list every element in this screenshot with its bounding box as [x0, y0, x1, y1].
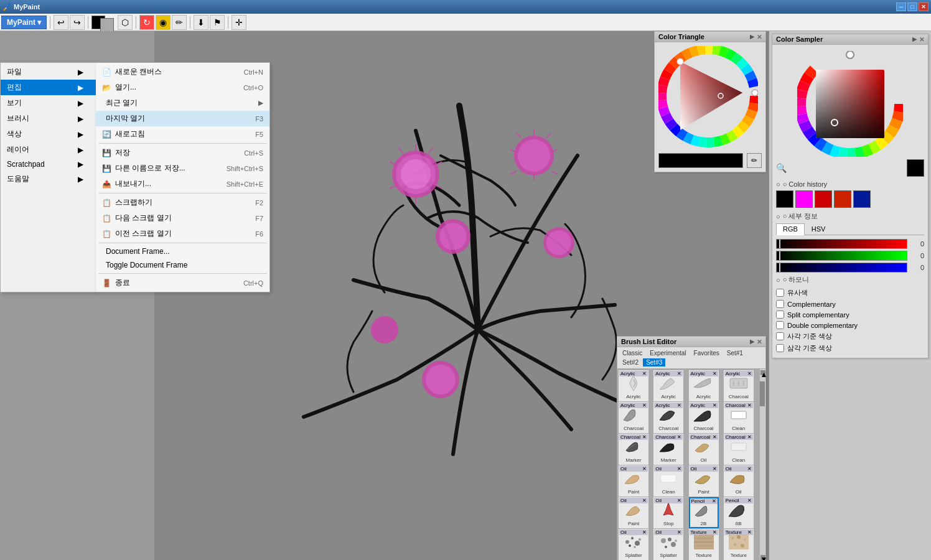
color-triangle-close[interactable]: ✕ [757, 34, 762, 40]
menu-save[interactable]: 💾 저장 Ctrl+S [96, 145, 269, 161]
brush-cell-15[interactable]: Oil✕ Oil [724, 465, 754, 497]
menu-item-file[interactable]: 파일 ▶ [1, 64, 96, 80]
brush-tab-classic[interactable]: Classic [619, 349, 645, 357]
triangle-current-color[interactable] [658, 153, 743, 168]
menu-next-scrap[interactable]: 📋 다음 스크랩 열기 F7 [96, 210, 269, 226]
menu-export[interactable]: 📤 내보내기... Shift+Ctrl+E [96, 176, 269, 192]
brush-scrollbar[interactable]: ▲ ▼ [759, 369, 765, 560]
menu-new-canvas[interactable]: 📄 새로운 캔버스 Ctrl+N [96, 64, 269, 80]
color-sampler-header[interactable]: Color Sampler ▶ ✕ [772, 34, 928, 45]
brush-tab-experimental[interactable]: Experimental [647, 349, 689, 357]
brush-tool-button[interactable]: ✏ [172, 15, 187, 30]
brush-cell-8[interactable]: Charcoal✕ Marker [619, 434, 648, 465]
brush-list-header[interactable]: Brush List Editor ▶ ✕ [617, 337, 765, 347]
triangle-color-checkbox[interactable] [776, 344, 784, 352]
brush-cell-11[interactable]: Charcoal✕ Clean [724, 434, 754, 465]
menu-item-help[interactable]: 도움말 ▶ [1, 171, 96, 187]
pan-button[interactable]: ✛ [232, 15, 246, 30]
hsv-tab[interactable]: HSV [805, 223, 833, 235]
history-swatch-2[interactable] [815, 190, 832, 208]
brush-cell-19[interactable]: Pencil✕ 6B [724, 497, 754, 528]
color-triangle-arrow[interactable]: ▶ [750, 34, 754, 40]
menu-item-view[interactable]: 보기 ▶ [1, 95, 96, 111]
brush-cell-1[interactable]: Acrylic✕ Acrylic [653, 370, 683, 401]
double-complementary-checkbox[interactable] [776, 321, 784, 329]
brush-cell-9[interactable]: Charcoal✕ Marker [653, 434, 683, 465]
mypaint-menu-button[interactable]: MyPaint ▾ [1, 16, 47, 29]
brush-cell-7[interactable]: Charcoal✕ Clean [724, 402, 754, 433]
scroll-track[interactable] [760, 375, 765, 555]
color-settings-button[interactable]: ⬡ [118, 15, 133, 30]
brush-cell-17[interactable]: Oil✕ Stop [653, 497, 683, 528]
brush-cell-13[interactable]: Oil✕ Clean [653, 465, 683, 497]
background-color-swatch[interactable] [100, 18, 114, 32]
current-color-swatch[interactable] [907, 159, 924, 177]
brush-tab-set2[interactable]: Set#2 [619, 358, 642, 366]
brush-cell-12[interactable]: Oil✕ Paint [619, 465, 648, 497]
brush-tab-set3[interactable]: Set#3 [643, 358, 665, 366]
brush-cell-5[interactable]: Acrylic✕ Charcoal [653, 402, 683, 433]
redo-button[interactable]: ↪ [70, 15, 85, 30]
rotate-button[interactable]: ↻ [139, 15, 154, 30]
r-slider[interactable] [776, 239, 907, 249]
history-swatch-4[interactable] [853, 190, 871, 208]
history-swatch-3[interactable] [834, 190, 851, 208]
menu-scrap[interactable]: 📋 스크랩하기 F2 [96, 195, 269, 210]
menu-quit[interactable]: 🚪 종료 Ctrl+Q [96, 275, 269, 291]
menu-prev-scrap[interactable]: 📋 이전 스크랩 열기 F6 [96, 226, 269, 241]
brush-cell-20[interactable]: Oil✕ Splatter [619, 529, 648, 560]
scroll-down[interactable]: ▼ [760, 555, 765, 560]
brush-cell-23[interactable]: Texture✕ Texture [724, 529, 754, 560]
eyedropper-icon[interactable]: 🔍 [776, 163, 787, 173]
maximize-button[interactable]: □ [907, 2, 917, 11]
color-sampler-close[interactable]: ✕ [919, 36, 924, 43]
menu-item-brush[interactable]: 브러시 ▶ [1, 111, 96, 126]
brush-cell-22[interactable]: Texture✕ Texture [689, 529, 719, 560]
brush-cell-4[interactable]: Acrylic✕ Charcoal [619, 402, 648, 433]
menu-open-last[interactable]: 마지막 열기 F3 [96, 111, 269, 126]
harmony-toggle[interactable]: ○ [776, 276, 780, 284]
undo-button[interactable]: ↩ [54, 15, 68, 30]
flag-button[interactable]: ⚑ [210, 15, 225, 30]
brush-cell-0[interactable]: Acrylic✕ Acrylic [619, 370, 648, 401]
triangle-eyedropper[interactable]: ✏ [747, 153, 762, 168]
rgb-tab[interactable]: RGB [776, 223, 805, 235]
brush-cell-21[interactable]: Oil✕ Splatter [653, 529, 683, 560]
brush-list-arrow[interactable]: ▶ [750, 338, 754, 345]
brush-cell-10[interactable]: Charcoal✕ Oil [689, 434, 719, 465]
brush-cell-18[interactable]: Pencil✕ 2B [689, 497, 719, 528]
menu-item-color[interactable]: 색상 ▶ [1, 126, 96, 142]
history-swatch-1[interactable] [795, 190, 813, 208]
menu-item-scratchpad[interactable]: Scratchpad ▶ [1, 157, 96, 171]
menu-item-layer[interactable]: 레이어 ▶ [1, 142, 96, 157]
color-history-toggle[interactable]: ○ [776, 180, 780, 188]
brush-cell-16[interactable]: Oil✕ Paint [619, 497, 648, 528]
details-toggle[interactable]: ○ [776, 213, 780, 220]
square-color-checkbox[interactable] [776, 332, 784, 340]
menu-open[interactable]: 📂 열기... Ctrl+O [96, 80, 269, 95]
import-button[interactable]: ⬇ [194, 15, 208, 30]
menu-save-as[interactable]: 💾 다른 이름으로 저장... Shift+Ctrl+S [96, 161, 269, 176]
brush-cell-14[interactable]: Oil✕ Paint [689, 465, 719, 497]
history-swatch-0[interactable] [776, 190, 793, 208]
scroll-up[interactable]: ▲ [760, 370, 765, 375]
close-button[interactable]: ✕ [919, 2, 929, 11]
brush-cell-3[interactable]: Acrylic✕ Charcoal [724, 370, 754, 401]
similar-color-checkbox[interactable] [776, 289, 784, 297]
color-triangle-svg[interactable] [658, 46, 758, 149]
menu-doc-frame[interactable]: Document Frame... [96, 245, 269, 258]
scroll-thumb[interactable] [760, 381, 765, 406]
menu-toggle-doc-frame[interactable]: Toggle Document Frame [96, 258, 269, 272]
menu-refresh[interactable]: 🔄 새로고침 F5 [96, 126, 269, 142]
g-slider[interactable] [776, 251, 907, 261]
brush-cell-6[interactable]: Acrylic✕ Charcoal [689, 402, 719, 433]
brush-cell-2[interactable]: Acrylic✕ Acrylic [689, 370, 719, 401]
menu-recent[interactable]: 최근 열기 ▶ [96, 95, 269, 111]
brush-tab-set1[interactable]: Set#1 [724, 349, 746, 357]
color-wheel-svg[interactable] [797, 51, 903, 157]
minimize-button[interactable]: ─ [896, 2, 906, 11]
color-sampler-arrow[interactable]: ▶ [912, 36, 917, 43]
color-triangle-header[interactable]: Color Triangle ▶ ✕ [655, 32, 765, 42]
b-slider[interactable] [776, 263, 907, 273]
menu-item-edit[interactable]: 편집 ▶ [1, 80, 96, 95]
